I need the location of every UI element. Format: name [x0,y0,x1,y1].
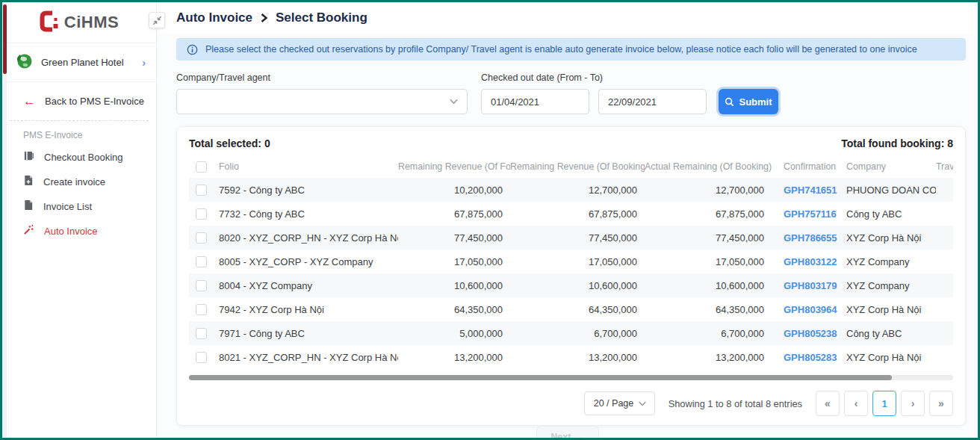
sidebar-item-auto-invoice[interactable]: Auto Invoice [2,219,156,244]
chevron-down-icon [449,98,459,105]
remaining-revenue-booking-cell: 13,200,000 [510,352,645,363]
table-viewport: Folio Remaining Revenue (Of Folio) Remai… [189,155,953,369]
sidebar-section-label: PMS E-Invoice [2,121,156,145]
company-select[interactable] [176,89,468,114]
file-icon [23,199,34,214]
confirmation-link[interactable]: GPH805283 [772,352,846,363]
last-page-button[interactable]: » [929,391,953,416]
app-window: CiHMS Green Planet Hotel › [0,0,980,440]
sidebar-item-label: Auto Invoice [44,226,98,237]
previous-page-button[interactable]: ‹ [844,391,868,416]
actual-remaining-cell: 67,875,000 [645,208,772,220]
table-row: 7942 - XYZ Corp Hà Nội 64,350,000 64,350… [189,297,953,321]
actual-remaining-cell: 10,600,000 [645,280,772,291]
arrow-left-icon: ← [23,95,36,108]
total-found-booking: Total found booking: 8 [841,137,953,149]
remaining-revenue-folio-cell: 10,200,000 [398,185,510,196]
pagination-bar: 20 / Page Showing 1 to 8 of total 8 entr… [189,391,953,416]
confirmation-link[interactable]: GPH803964 [772,304,846,315]
content-area: Please select the checked out reservatio… [157,34,978,426]
select-all-checkbox[interactable] [196,161,207,173]
date-to-input[interactable] [598,89,707,114]
actual-remaining-cell: 77,450,000 [645,232,772,244]
hotel-selector[interactable]: Green Planet Hotel › [2,43,156,82]
sidebar: CiHMS Green Planet Hotel › [2,2,157,438]
booking-table-card: Total selected: 0 Total found booking: 8… [176,126,966,426]
remaining-revenue-booking-cell: 64,350,000 [510,304,645,315]
company-cell: XYZ Corp Hà Nội [846,304,936,315]
info-icon [187,44,198,55]
row-checkbox[interactable] [196,304,207,315]
sidebar-item-invoice-list[interactable]: Invoice List [2,194,156,219]
row-checkbox[interactable] [196,256,207,267]
sidebar-item-create-invoice[interactable]: Create invoice [2,170,156,194]
row-checkbox[interactable] [196,280,207,291]
remaining-revenue-folio-cell: 64,350,000 [398,304,510,315]
page-1-button[interactable]: 1 [872,391,896,416]
row-checkbox[interactable] [196,232,207,244]
sidebar-item-checkout-booking[interactable]: Checkout Booking [2,145,156,170]
table-row: 8021 - XYZ_CORP_HN - XYZ Corp Hà Nội 13,… [189,345,953,369]
row-checkbox[interactable] [196,185,207,196]
confirmation-link[interactable]: GPH786655 [772,232,846,244]
horizontal-scrollbar-thumb[interactable] [189,375,892,380]
row-checkbox[interactable] [196,328,207,339]
confirmation-link[interactable]: GPH741651 [772,185,846,196]
table-row: 7971 - Công ty ABC 5,000,000 6,700,000 6… [189,321,953,345]
page-size-select[interactable]: 20 / Page [584,391,655,415]
horizontal-scrollbar-track[interactable] [189,375,953,380]
table-header-row: Folio Remaining Revenue (Of Folio) Remai… [189,155,953,178]
remaining-revenue-folio-cell: 5,000,000 [398,328,510,339]
globe-icon [14,52,34,74]
pagination-summary: Showing 1 to 8 of total 8 entries [669,398,802,409]
row-checkbox[interactable] [196,208,207,220]
next-step-button[interactable]: Next → [536,426,599,438]
logo: CiHMS [2,2,156,43]
next-page-button[interactable]: › [901,391,925,416]
sidebar-collapse-button[interactable] [149,12,165,28]
remaining-revenue-folio-cell: 67,875,000 [398,208,510,220]
info-banner-text: Please select the checked out reservatio… [205,44,917,55]
date-from-input[interactable] [481,89,589,114]
breadcrumb-auto-invoice[interactable]: Auto Invoice [176,10,252,25]
actual-remaining-cell: 6,700,000 [645,328,772,339]
column-header-remaining-revenue-booking: Remaining Revenue (Of Booking) [510,161,645,172]
folio-cell: 7942 - XYZ Corp Hà Nội [219,304,398,315]
submit-button[interactable]: Submit [719,89,778,114]
total-selected: Total selected: 0 [189,137,270,149]
folio-cell: 7592 - Công ty ABC [219,185,398,196]
next-step-label: Next [551,432,571,438]
actual-remaining-cell: 13,200,000 [645,352,772,363]
table-row: 7732 - Công ty ABC 67,875,000 67,875,000… [189,202,953,226]
remaining-revenue-folio-cell: 13,200,000 [398,352,510,363]
actual-remaining-cell: 64,350,000 [645,304,772,315]
row-checkbox[interactable] [196,352,207,363]
breadcrumb: Auto Invoice Select Booking [157,2,978,34]
column-header-confirmation: Confirmation [772,161,846,172]
company-cell: Công ty ABC [846,208,936,220]
breadcrumb-chevron-icon [260,13,268,23]
info-banner: Please select the checked out reservatio… [176,38,966,61]
chevron-down-icon [638,400,647,407]
folio-cell: 7732 - Công ty ABC [219,208,398,220]
back-label: Back to PMS E-Invoice [45,96,144,107]
folio-cell: 8020 - XYZ_CORP_HN - XYZ Corp Hà Nội [219,232,398,244]
table-row: 8004 - XYZ Company 10,600,000 10,600,000… [189,273,953,297]
folio-cell: 8004 - XYZ Company [219,280,398,291]
remaining-revenue-folio-cell: 17,050,000 [398,256,510,267]
sidebar-scrollbar-thumb[interactable] [3,4,7,74]
remaining-revenue-booking-cell: 17,050,000 [510,256,645,267]
hotel-name: Green Planet Hotel [41,57,134,68]
confirmation-link[interactable]: GPH803179 [772,280,846,291]
back-to-pms-link[interactable]: ← Back to PMS E-Invoice [2,82,156,119]
column-header-folio: Folio [219,161,398,172]
submit-label: Submit [739,96,772,108]
total-selected-value: 0 [264,137,270,149]
confirmation-link[interactable]: GPH805238 [772,328,846,339]
date-filter: Checked out date (From - To) Submit [481,72,778,114]
confirmation-link[interactable]: GPH803122 [772,256,846,267]
total-found-value: 8 [947,137,953,149]
remaining-revenue-folio-cell: 77,450,000 [398,232,510,244]
confirmation-link[interactable]: GPH757116 [772,208,846,220]
first-page-button[interactable]: « [816,391,840,416]
